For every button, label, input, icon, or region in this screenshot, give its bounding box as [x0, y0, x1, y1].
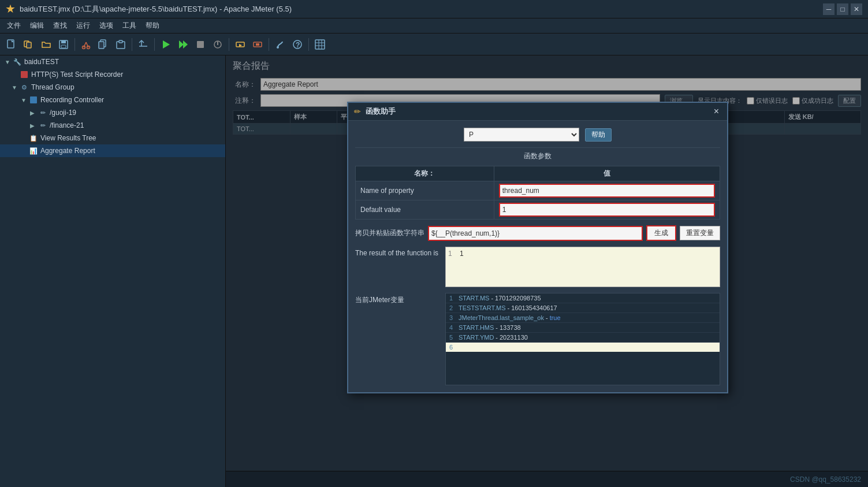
title-bar-controls: ─ □ ✕	[823, 3, 862, 15]
sidebar-item-aggregate[interactable]: ▶ 📊 Aggregate Report	[0, 144, 225, 157]
toolbar-whats-this[interactable]: ?	[289, 36, 306, 53]
toolbar-sep-5	[269, 38, 269, 51]
finance-icon: ✏	[38, 121, 47, 130]
menu-find[interactable]: 查找	[49, 20, 72, 32]
param-input-1[interactable]	[499, 203, 715, 217]
sidebar-label-recorder: HTTP(S) Test Script Recorder	[31, 70, 123, 79]
menu-edit[interactable]: 编辑	[25, 20, 49, 32]
app-icon	[6, 5, 15, 14]
sidebar-item-thread-group[interactable]: ▼ ⚙ Thread Group	[0, 81, 225, 94]
menu-file[interactable]: 文件	[2, 20, 25, 32]
var-key-1: TESTSTART.MS	[459, 304, 506, 311]
toolbar-shutdown[interactable]	[210, 36, 226, 53]
svg-rect-2	[27, 42, 31, 48]
param-value-0	[494, 181, 720, 200]
sidebar-label-view-results: View Results Tree	[40, 134, 96, 142]
modal-overlay: ✏ 函数助手 × P 帮助 函数参数	[226, 55, 868, 487]
svg-rect-11	[119, 40, 122, 43]
toolbar-paste[interactable]	[113, 36, 129, 53]
sidebar-item-view-results[interactable]: ▶ 📋 View Results Tree	[0, 132, 225, 144]
toolbar-func-helper[interactable]	[272, 36, 288, 53]
var-line-5: 6	[446, 343, 720, 352]
toolbar-save[interactable]	[55, 36, 72, 53]
param-row-1: Default value	[356, 200, 720, 220]
sidebar-item-finance[interactable]: ▶ ✏ /finance-21	[0, 119, 225, 132]
menu-run[interactable]: 运行	[72, 20, 95, 32]
sidebar-item-guoji[interactable]: ▶ ✏ /guoji-19	[0, 106, 225, 119]
toolbar-remote-start[interactable]	[232, 36, 248, 53]
toolbar-table[interactable]	[312, 36, 328, 53]
toolbar: ?	[0, 34, 868, 55]
toolbar-sep-3	[154, 38, 155, 51]
toolbar-sep-1	[74, 38, 75, 51]
toolbar-copy[interactable]	[95, 36, 111, 53]
sidebar-item-recording-controller[interactable]: ▼ Recording Controller	[0, 94, 225, 106]
svg-marker-14	[183, 40, 188, 49]
toolbar-expand[interactable]	[135, 36, 151, 53]
var-num-4: 5	[449, 334, 459, 341]
generate-row: 拷贝并粘贴函数字符串 生成 重置变量	[355, 225, 720, 241]
sidebar-label-baidutest: baiduTEST	[24, 58, 59, 66]
sidebar-label-thread-group: Thread Group	[31, 83, 74, 91]
params-col-value: 值	[494, 166, 720, 181]
var-key-4: START.YMD	[459, 334, 494, 341]
params-table: 名称： 值 Name of property	[355, 166, 720, 220]
func-select[interactable]: P	[464, 128, 579, 142]
minimize-button[interactable]: ─	[823, 3, 835, 15]
menu-options[interactable]: 选项	[95, 20, 118, 32]
variables-row: 当前JMeter变量 1 START.MS - 1701292098735 2 …	[355, 293, 720, 385]
toolbar-start[interactable]	[158, 36, 174, 53]
sidebar-label-finance: /finance-21	[50, 121, 84, 129]
arrow-icon: ▼	[21, 97, 27, 103]
var-key-2: JMeterThread.last_sample_ok	[459, 314, 544, 321]
menu-tools[interactable]: 工具	[118, 20, 141, 32]
main-area: ▼ 🔧 baiduTEST ▶ HTTP(S) Test Script Reco…	[0, 55, 868, 487]
menu-help[interactable]: 帮助	[141, 20, 164, 32]
var-line-2: 3 JMeterThread.last_sample_ok - true	[446, 313, 720, 323]
generate-input[interactable]	[428, 226, 643, 241]
svg-rect-5	[61, 45, 66, 48]
var-num-3: 4	[449, 324, 459, 331]
project-icon: 🔧	[13, 57, 22, 66]
modal-title-icon: ✏	[354, 107, 361, 116]
var-val-4: 20231130	[500, 334, 528, 341]
svg-text:?: ?	[296, 41, 300, 49]
toolbar-remote-stop[interactable]	[249, 36, 266, 53]
variables-label: 当前JMeter变量	[355, 295, 442, 305]
arrow-icon: ▼	[12, 84, 17, 91]
generate-button[interactable]: 生成	[646, 225, 676, 241]
var-num-5: 6	[449, 344, 459, 351]
menu-bar: 文件 编辑 查找 运行 选项 工具 帮助	[0, 18, 868, 34]
func-result-label: The result of the function is	[355, 249, 442, 257]
param-input-0[interactable]	[499, 184, 715, 198]
toolbar-sep-6	[308, 38, 309, 51]
title-bar: baiduTEST.jmx (D:\工具\apache-jmeter-5.5\b…	[0, 0, 868, 18]
toolbar-new[interactable]	[3, 36, 20, 53]
svg-marker-13	[179, 40, 184, 49]
svg-rect-17	[217, 42, 218, 45]
toolbar-open[interactable]	[38, 36, 54, 53]
var-val-3: 133738	[500, 324, 521, 331]
sidebar-item-baidutest[interactable]: ▼ 🔧 baiduTEST	[0, 55, 225, 68]
toolbar-sep-2	[132, 38, 132, 51]
right-panel: 聚合报告 名称： 注释： 浏览... 显示日志内容： 仅错误日志 仅成功日志 配…	[226, 55, 868, 487]
param-value-1	[494, 200, 720, 220]
func-result-area: 1 1	[445, 247, 720, 287]
arrow-icon: ▶	[30, 110, 36, 116]
sidebar-item-recorder[interactable]: ▶ HTTP(S) Test Script Recorder	[0, 68, 225, 81]
var-num-1: 2	[449, 304, 459, 311]
toolbar-stop[interactable]	[192, 36, 208, 53]
func-result-row: The result of the function is 1 1	[355, 247, 720, 287]
params-col-name: 名称：	[356, 166, 494, 181]
modal-close-button[interactable]: ×	[711, 106, 721, 117]
var-val-0: 1701292098735	[495, 295, 541, 302]
reset-variables-button[interactable]: 重置变量	[680, 226, 720, 240]
toolbar-start-no-pause[interactable]	[175, 36, 191, 53]
sidebar-label-aggregate: Aggregate Report	[40, 147, 95, 155]
toolbar-sep-4	[229, 38, 229, 51]
toolbar-templates[interactable]	[21, 36, 37, 53]
toolbar-cut[interactable]	[78, 36, 94, 53]
help-button[interactable]: 帮助	[585, 128, 612, 142]
close-button[interactable]: ✕	[851, 3, 862, 15]
maximize-button[interactable]: □	[837, 3, 848, 15]
